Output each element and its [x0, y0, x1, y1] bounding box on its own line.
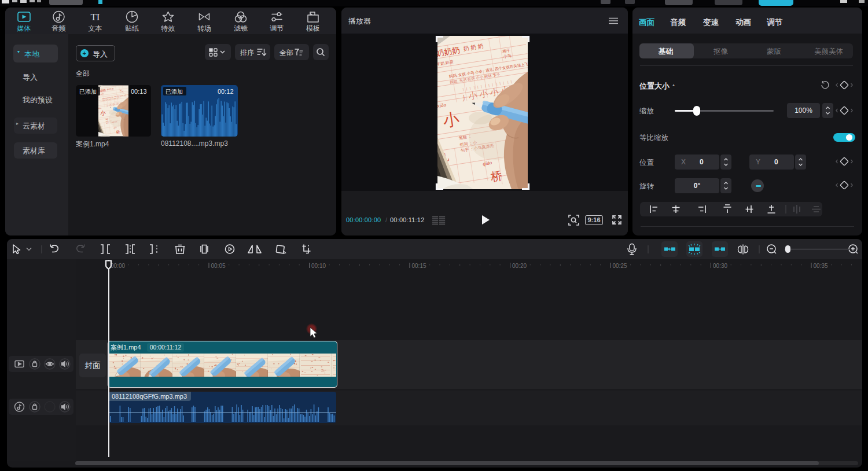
svg-text:00:25: 00:25 — [613, 263, 627, 269]
svg-text:贴纸: 贴纸 — [125, 24, 139, 32]
svg-text:00:15: 00:15 — [412, 263, 426, 269]
svg-text:媒体: 媒体 — [17, 24, 31, 32]
svg-text:特效: 特效 — [161, 24, 175, 32]
svg-text:00:35: 00:35 — [814, 263, 828, 269]
svg-text:00:05: 00:05 — [211, 263, 226, 269]
svg-text:音频: 音频 — [52, 24, 66, 32]
svg-text:TI: TI — [90, 12, 100, 23]
svg-text:转场: 转场 — [197, 24, 211, 32]
svg-text:文本: 文本 — [89, 24, 102, 32]
svg-text:模板: 模板 — [306, 24, 320, 32]
svg-text:00:00: 00:00 — [111, 263, 125, 269]
svg-text:00:10: 00:10 — [311, 263, 326, 269]
svg-text:调节: 调节 — [270, 24, 284, 32]
svg-text:00:30: 00:30 — [713, 263, 727, 269]
svg-text:滤镜: 滤镜 — [234, 24, 248, 32]
svg-text:00:20: 00:20 — [512, 263, 527, 269]
